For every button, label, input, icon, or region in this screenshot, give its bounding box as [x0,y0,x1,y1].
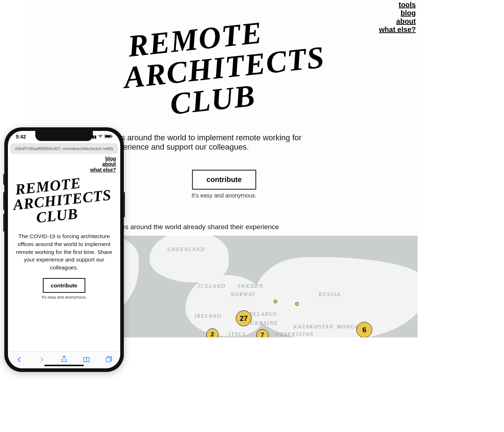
phone-nav-link-what-else[interactable]: what else? [12,167,116,173]
back-icon[interactable] [14,355,24,365]
nav-link-what-else[interactable]: what else? [379,26,416,34]
nav-link-about[interactable]: about [379,17,416,26]
url-bar[interactable]: d3bdf7c8badf06659cd07--remotearchitectsc… [10,143,118,154]
phone-side-button [123,192,125,217]
map-pin[interactable] [295,302,299,306]
contribute-button-phone[interactable]: contribute [43,278,85,293]
cta-phone: contribute It's easy and anonymous. [12,278,116,299]
map-label-russia: RUSSIA [319,291,341,297]
map-label-belarus: BELARUS [249,311,277,317]
nav-link-blog[interactable]: blog [379,9,416,17]
status-indicators: ▮▮▮ [90,135,112,139]
map-label-italy: ITALY [229,331,246,337]
map-label-greenland: GREENLAND [167,246,205,253]
phone-nav-link-blog[interactable]: blog [12,156,116,162]
forward-icon[interactable] [36,355,47,365]
map-label-uzbekistan: UZBEKISTAN [275,331,314,337]
map-label-iceland: ICELAND [198,283,226,289]
phone-notch [35,131,93,141]
phone-mockup: 5:42 ▮▮▮ d3bdf7c8badf06659cd07--remotear… [4,127,124,372]
map-label-ukraine: UKRAINE [250,320,278,326]
phone-screen: 5:42 ▮▮▮ d3bdf7c8badf06659cd07--remotear… [8,131,120,368]
map-cluster-pin[interactable]: 6 [356,322,372,337]
stats-post: cities around the world already shared t… [111,223,279,231]
tabs-icon[interactable] [104,355,114,365]
phone-page-content: blog about what else? REMOTE ARCHITECTS … [8,156,120,351]
phone-side-button [3,174,5,185]
map-label-ireland: IRELAND [194,313,222,319]
intro-text-phone: The COVID-19 is forcing architecture off… [12,232,116,271]
phone-side-button [3,214,5,232]
svg-rect-4 [106,358,111,362]
cta-subtext: It's easy and anonymous. [192,192,257,199]
map-cluster-pin[interactable]: 7 [256,329,269,337]
svg-rect-2 [112,136,112,137]
contribute-button[interactable]: contribute [192,170,256,190]
map-pin[interactable] [274,300,277,303]
phone-nav: blog about what else? [12,156,116,173]
desktop-nav: tools blog about what else? [379,1,416,34]
cta-desktop: contribute It's easy and anonymous. [192,170,257,199]
phone-side-button [3,192,5,210]
share-icon[interactable] [59,355,69,365]
cta-subtext-phone: It's easy and anonymous. [12,295,116,299]
home-indicator [44,365,84,366]
phone-nav-link-about[interactable]: about [12,162,116,167]
battery-icon [104,135,112,139]
wifi-icon [98,135,103,139]
map-cluster-pin[interactable]: 27 [236,310,252,326]
map-label-norway: NORWAY [230,291,256,297]
bookmarks-icon[interactable] [81,355,92,365]
nav-link-tools[interactable]: tools [379,1,416,9]
status-time: 5:42 [16,134,26,140]
map-label-kazakhstan: KAZAKHSTAN [293,324,333,330]
map-label-sweden: SWEDEN [238,283,263,289]
logo-phone: REMOTE ARCHITECTS CLUB [11,172,118,228]
svg-rect-1 [105,135,111,137]
logo-desktop: REMOTE ARCHITECTS CLUB [119,10,329,124]
